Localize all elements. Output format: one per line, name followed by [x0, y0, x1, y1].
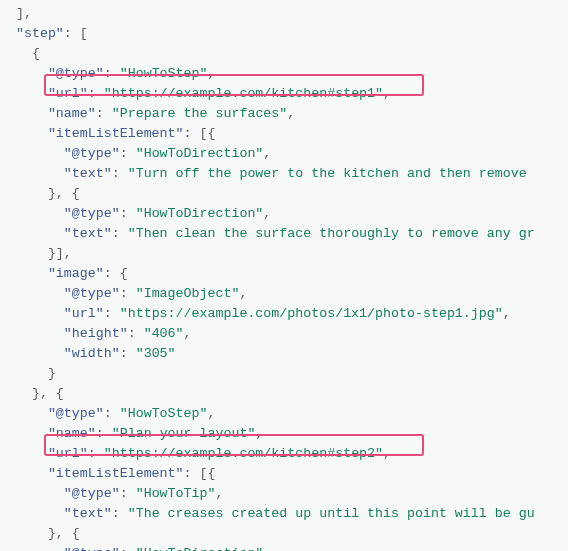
- token-k: "@type": [48, 66, 104, 81]
- token-p: :: [120, 546, 136, 551]
- token-k: "@type": [64, 146, 120, 161]
- code-line: "step": [: [0, 24, 568, 44]
- token-p: ,: [208, 66, 216, 81]
- token-p: :: [120, 486, 136, 501]
- token-s: "https://example.com/kitchen#step2": [104, 446, 383, 461]
- code-line: "url": "https://example.com/kitchen#step…: [0, 444, 568, 464]
- token-k: "@type": [48, 406, 104, 421]
- token-p: :: [88, 86, 104, 101]
- token-p: ,: [383, 86, 391, 101]
- token-k: "@type": [64, 206, 120, 221]
- token-s: "https://example.com/photos/1x1/photo-st…: [120, 306, 503, 321]
- token-p: :: [112, 226, 128, 241]
- token-s: "Plan your layout": [112, 426, 256, 441]
- code-line: "name": "Prepare the surfaces",: [0, 104, 568, 124]
- token-k: "name": [48, 106, 96, 121]
- token-k: "url": [48, 446, 88, 461]
- token-p: }],: [48, 246, 72, 261]
- token-p: :: [120, 286, 136, 301]
- token-p: :: [112, 506, 128, 521]
- code-line: "text": "Turn off the power to the kitch…: [0, 164, 568, 184]
- token-p: :: [120, 346, 136, 361]
- token-s: "The creases created up until this point…: [128, 506, 535, 521]
- token-p: ,: [208, 406, 216, 421]
- token-k: "text": [64, 506, 112, 521]
- token-k: "@type": [64, 286, 120, 301]
- token-p: ,: [215, 486, 223, 501]
- code-line: "itemListElement": [{: [0, 124, 568, 144]
- token-p: :: [104, 406, 120, 421]
- token-p: : {: [104, 266, 128, 281]
- token-p: }, {: [48, 526, 80, 541]
- token-p: :: [128, 326, 144, 341]
- code-line: "name": "Plan your layout",: [0, 424, 568, 444]
- token-p: }, {: [32, 386, 64, 401]
- code-line: }: [0, 364, 568, 384]
- code-line: "@type": "HowToDirection",: [0, 204, 568, 224]
- code-line: "itemListElement": [{: [0, 464, 568, 484]
- token-p: }, {: [48, 186, 80, 201]
- token-p: ],: [16, 6, 32, 21]
- token-k: "text": [64, 226, 112, 241]
- token-k: "text": [64, 166, 112, 181]
- code-line: "@type": "HowToStep",: [0, 64, 568, 84]
- token-k: "itemListElement": [48, 466, 184, 481]
- token-k: "@type": [64, 546, 120, 551]
- token-s: "Then clean the surface thoroughly to re…: [128, 226, 535, 241]
- token-p: :: [96, 426, 112, 441]
- code-line: "@type": "HowToDirection",: [0, 144, 568, 164]
- token-p: :: [120, 206, 136, 221]
- token-s: "406": [144, 326, 184, 341]
- code-block: ], "step": [ { "@type": "HowToStep", "ur…: [0, 0, 568, 551]
- token-k: "url": [64, 306, 104, 321]
- token-p: :: [88, 446, 104, 461]
- token-s: "HowToDirection": [136, 206, 264, 221]
- token-s: "305": [136, 346, 176, 361]
- code-line: "text": "Then clean the surface thorough…: [0, 224, 568, 244]
- code-line: "image": {: [0, 264, 568, 284]
- code-line: }, {: [0, 524, 568, 544]
- token-k: "url": [48, 86, 88, 101]
- token-p: ,: [263, 206, 271, 221]
- token-p: ,: [263, 546, 271, 551]
- token-p: {: [32, 46, 40, 61]
- code-line: "@type": "HowToTip",: [0, 484, 568, 504]
- code-line: "@type": "HowToDirection",: [0, 544, 568, 551]
- token-k: "@type": [64, 486, 120, 501]
- code-line: ],: [0, 4, 568, 24]
- token-s: "https://example.com/kitchen#step1": [104, 86, 383, 101]
- token-k: "image": [48, 266, 104, 281]
- token-p: ,: [263, 146, 271, 161]
- token-p: : [{: [184, 126, 216, 141]
- code-line: "url": "https://example.com/photos/1x1/p…: [0, 304, 568, 324]
- code-line: "text": "The creases created up until th…: [0, 504, 568, 524]
- token-k: "name": [48, 426, 96, 441]
- token-p: ,: [239, 286, 247, 301]
- code-line: }],: [0, 244, 568, 264]
- token-p: : [: [64, 26, 88, 41]
- token-p: :: [104, 66, 120, 81]
- token-p: ,: [184, 326, 192, 341]
- token-p: ,: [287, 106, 295, 121]
- code-line: {: [0, 44, 568, 64]
- token-k: "step": [16, 26, 64, 41]
- token-p: }: [48, 366, 56, 381]
- token-s: "HowToDirection": [136, 146, 264, 161]
- token-k: "width": [64, 346, 120, 361]
- token-s: "ImageObject": [136, 286, 240, 301]
- token-p: :: [112, 166, 128, 181]
- code-line: }, {: [0, 384, 568, 404]
- token-s: "HowToStep": [120, 406, 208, 421]
- token-k: "itemListElement": [48, 126, 184, 141]
- token-s: "HowToTip": [136, 486, 216, 501]
- code-line: "url": "https://example.com/kitchen#step…: [0, 84, 568, 104]
- token-p: :: [104, 306, 120, 321]
- code-lines: ], "step": [ { "@type": "HowToStep", "ur…: [0, 0, 568, 551]
- token-s: "HowToDirection": [136, 546, 264, 551]
- token-p: ,: [255, 426, 263, 441]
- token-p: : [{: [184, 466, 216, 481]
- code-line: "@type": "HowToStep",: [0, 404, 568, 424]
- token-s: "Prepare the surfaces": [112, 106, 288, 121]
- code-line: }, {: [0, 184, 568, 204]
- code-line: "height": "406",: [0, 324, 568, 344]
